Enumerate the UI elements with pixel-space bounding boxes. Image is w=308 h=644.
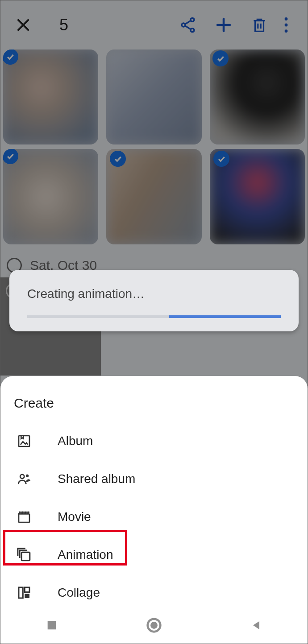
- sheet-item-album[interactable]: Album: [0, 422, 308, 460]
- collage-icon: [17, 586, 32, 600]
- svg-rect-11: [19, 587, 23, 598]
- album-icon: [17, 434, 32, 448]
- sheet-item-label: Album: [58, 434, 93, 448]
- svg-rect-13: [25, 594, 29, 598]
- square-icon: [46, 619, 58, 632]
- sheet-item-label: Animation: [58, 548, 113, 562]
- sheet-item-collage[interactable]: Collage: [0, 574, 308, 611]
- movie-icon: [17, 510, 32, 524]
- create-bottom-sheet: Create Album Shared album Movie Animatio…: [0, 376, 308, 644]
- progress-toast: Creating animation…: [9, 270, 299, 331]
- toast-message: Creating animation…: [27, 287, 281, 301]
- sheet-title: Create: [0, 396, 308, 422]
- svg-rect-10: [21, 552, 29, 560]
- nav-back-button[interactable]: [229, 619, 283, 632]
- sheet-item-movie[interactable]: Movie: [0, 498, 308, 536]
- circle-icon: [146, 617, 162, 634]
- svg-rect-14: [47, 621, 56, 630]
- nav-recent-button[interactable]: [25, 619, 79, 632]
- shared-album-icon: [17, 471, 32, 487]
- sheet-item-animation[interactable]: Animation: [0, 536, 308, 574]
- triangle-left-icon: [250, 619, 262, 632]
- sheet-item-label: Shared album: [58, 472, 135, 486]
- svg-point-16: [150, 622, 158, 629]
- system-navbar: [0, 607, 308, 644]
- sheet-item-shared-album[interactable]: Shared album: [0, 460, 308, 498]
- progress-bar-fill: [169, 315, 281, 318]
- svg-point-8: [26, 475, 29, 477]
- nav-home-button[interactable]: [127, 617, 181, 634]
- progress-bar: [27, 315, 281, 318]
- svg-rect-12: [25, 587, 29, 592]
- svg-point-7: [20, 475, 24, 479]
- sheet-item-label: Movie: [58, 510, 91, 524]
- svg-rect-9: [19, 514, 29, 522]
- sheet-item-label: Collage: [58, 586, 100, 600]
- animation-icon: [17, 547, 32, 562]
